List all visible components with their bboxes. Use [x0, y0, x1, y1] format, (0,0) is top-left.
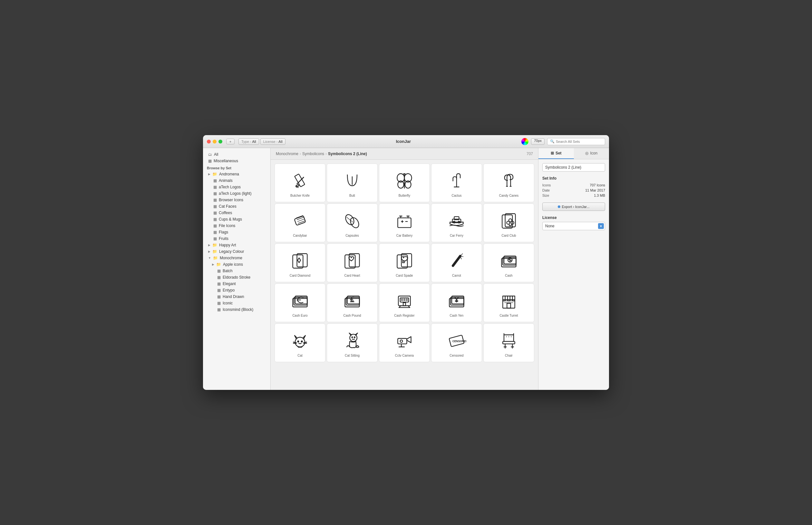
set-name-input[interactable]	[542, 163, 605, 171]
icon-cell-card-club[interactable]: Card Club	[483, 204, 534, 242]
sidebar-item-misc[interactable]: ▦ Miscellaneous	[203, 158, 270, 164]
close-btn[interactable]	[207, 140, 211, 144]
sidebar-item-browser[interactable]: ▦ Browser Icons	[203, 197, 270, 203]
icon-cell-castle-turret[interactable]: Castle Turret	[483, 283, 534, 322]
sidebar-item-flags[interactable]: ▦ Flags	[203, 229, 270, 236]
icon-censored: CENSORED	[446, 331, 467, 351]
sidebar-item-coffees[interactable]: ▦ Coffees	[203, 210, 270, 216]
icon-cell-candy-canes[interactable]: Candy Canes	[483, 164, 534, 202]
svg-rect-67	[403, 302, 406, 305]
grid-icon: ▦	[213, 198, 217, 202]
icon-cell-cash[interactable]: Cash	[483, 243, 534, 282]
window-title: IconJar	[288, 139, 519, 144]
sidebar-item-atech-light[interactable]: ▦ aTech Logos (light)	[203, 190, 270, 197]
sidebar-item-handdrawn[interactable]: ▦ Hand Drawn	[203, 294, 270, 300]
icon-cactus	[446, 170, 467, 191]
chevron-right-icon: ▶	[208, 172, 210, 176]
icon-cell-chair[interactable]: Chair	[483, 324, 534, 362]
icon-cell-cash-pound[interactable]: Cash Pound	[327, 283, 378, 322]
sidebar-item-catfaces[interactable]: ▦ Cat Faces	[203, 203, 270, 210]
icon-label: Butt	[349, 194, 355, 197]
sidebar-item-iconic[interactable]: ▦ Iconic	[203, 300, 270, 306]
license-title: License	[542, 215, 605, 220]
icon-cell-carrot[interactable]: Carrot	[431, 243, 482, 282]
svg-marker-94	[407, 336, 411, 343]
add-button[interactable]: +	[226, 139, 235, 145]
tab-set[interactable]: ⊞ Set	[538, 148, 574, 159]
panel-tabs: ⊞ Set ◎ Icon	[538, 148, 609, 159]
right-panel: ⊞ Set ◎ Icon Set Info Icons 707 Icons	[538, 148, 609, 390]
sidebar-item-legacy[interactable]: ▶ 📁 Legacy Colour	[203, 248, 270, 255]
icon-count: 707	[527, 152, 533, 156]
icon-cell-candybar[interactable]: Candybar	[275, 204, 325, 242]
icon-cell-cctv-camera[interactable]: Cctv Camera	[379, 324, 430, 362]
minimize-btn[interactable]	[213, 140, 217, 144]
px-button[interactable]: 70px	[531, 138, 545, 145]
sidebar-item-elegant[interactable]: ▦ Elegant	[203, 281, 270, 287]
sidebar-item-fileicons[interactable]: ▦ File Icons	[203, 223, 270, 229]
sidebar-item-eldorado[interactable]: ▦ Eldorado Stroke	[203, 274, 270, 281]
svg-rect-34	[505, 213, 516, 227]
icon-cell-capsules[interactable]: Capsules	[327, 204, 378, 242]
tab-icon[interactable]: ◎ Icon	[574, 148, 609, 159]
icon-label: Car Battery	[396, 234, 413, 237]
icon-cell-cactus[interactable]: Cactus	[431, 164, 482, 202]
sidebar-item-andromeda[interactable]: ▶ 📁 Andromena	[203, 171, 270, 177]
grid-icon: ▦	[213, 236, 217, 241]
icon-cell-butcher-knife[interactable]: Butcher Knife	[275, 164, 325, 202]
icon-candy-canes	[499, 170, 519, 191]
main-layout: 🗂 All ▦ Miscellaneous Browse by Set ▶ 📁 …	[203, 148, 609, 390]
info-val-size: 1.3 MB	[594, 194, 605, 197]
sidebar-item-batch[interactable]: ▦ Batch	[203, 268, 270, 274]
icon-cell-card-diamond[interactable]: Card Diamond	[275, 243, 325, 282]
icon-cell-cash-euro[interactable]: Cash Euro	[275, 283, 325, 322]
license-section: License None MIT CC BY CC BY-SA ▼	[542, 215, 605, 230]
folder-icon: 📁	[212, 172, 217, 176]
icon-cell-censored[interactable]: CENSORED Censored	[431, 324, 482, 362]
icon-castle-turret	[499, 290, 519, 311]
grid-icon: ▦	[217, 295, 221, 299]
icon-cat-sitting	[342, 331, 362, 351]
app-window: + Type › All License › All IconJar 70px …	[203, 135, 609, 390]
sidebar-item-happyart[interactable]: ▶ 📁 Happy Art	[203, 242, 270, 248]
sidebar-item-atech[interactable]: ▦ aTech Logos	[203, 184, 270, 190]
color-wheel-icon[interactable]	[521, 138, 528, 145]
svg-rect-101	[504, 335, 514, 342]
icon-cell-cash-yen[interactable]: Cash Yen	[431, 283, 482, 322]
type-filter[interactable]: Type › All	[238, 138, 259, 145]
sidebar-item-entypo[interactable]: ▦ Entypo	[203, 287, 270, 294]
sidebar-item-iconsmind[interactable]: ▦ Iconsmind (Block)	[203, 306, 270, 313]
icon-cell-butterfly[interactable]: Butterfly	[379, 164, 430, 202]
icon-cell-cat[interactable]: Cat	[275, 324, 325, 362]
sidebar-item-animals[interactable]: ▦ Animals	[203, 177, 270, 184]
grid-icon: ▦	[213, 204, 217, 209]
icon-label: Castle Turret	[499, 314, 518, 317]
icon-butt	[342, 170, 362, 191]
icon-cell-car-battery[interactable]: Car Battery	[379, 204, 430, 242]
icon-cell-cat-sitting[interactable]: Cat Sitting	[327, 324, 378, 362]
breadcrumb-part-1[interactable]: Monochrome	[276, 152, 298, 156]
sidebar-item-fruits[interactable]: ▦ Fruits	[203, 236, 270, 242]
maximize-btn[interactable]	[218, 140, 222, 144]
export-button[interactable]: Export › IconJar...	[542, 202, 605, 211]
grid-icon: ▦	[213, 217, 217, 222]
license-select[interactable]: None MIT CC BY CC BY-SA	[542, 222, 605, 230]
icon-cell-card-spade[interactable]: Card Spade	[379, 243, 430, 282]
sidebar-item-monochrome[interactable]: ▼ 📁 Monochrome	[203, 255, 270, 261]
sidebar-item-all[interactable]: 🗂 All	[203, 151, 270, 158]
sidebar-item-cups[interactable]: ▦ Cups & Mugs	[203, 216, 270, 223]
breadcrumb-part-2[interactable]: Symbolicons	[302, 152, 324, 156]
info-row-size: Size 1.3 MB	[542, 193, 605, 198]
search-input[interactable]	[556, 140, 602, 144]
grid-icon: ▦	[213, 191, 217, 196]
icon-cell-card-heart[interactable]: Card Heart	[327, 243, 378, 282]
icon-cell-cash-register[interactable]: Cash Register	[379, 283, 430, 322]
svg-rect-77	[512, 296, 515, 301]
folder-icon: 🗂	[208, 152, 212, 157]
sidebar-item-apple[interactable]: ▶ 📁 Apple icons	[203, 261, 270, 268]
icon-label: Card Spade	[396, 274, 413, 278]
chevron-down-icon: ▼	[208, 256, 211, 259]
license-filter[interactable]: License › All	[260, 138, 285, 145]
icon-cell-butt[interactable]: Butt	[327, 164, 378, 202]
icon-cell-car-ferry[interactable]: Car Ferry	[431, 204, 482, 242]
